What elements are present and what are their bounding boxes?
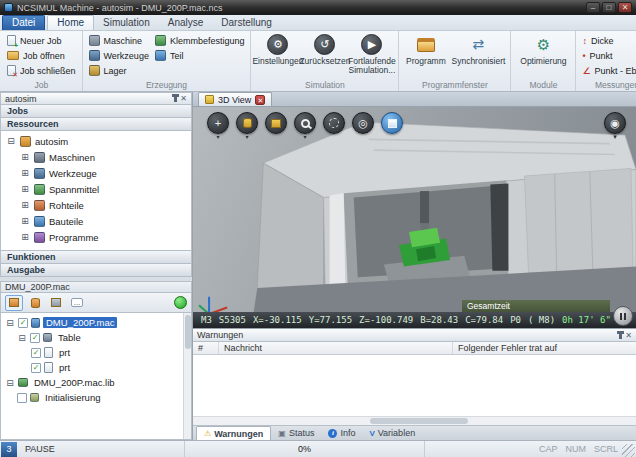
- page-indicator[interactable]: 3: [1, 442, 17, 457]
- checkbox-checked-icon[interactable]: ✓: [31, 348, 41, 358]
- punkt-button[interactable]: • Punkt: [579, 48, 636, 63]
- program-node-prt1[interactable]: ✓ prt: [1, 345, 191, 360]
- rohteile-node-label: Rohteile: [49, 200, 84, 211]
- tab-analyse[interactable]: Analyse: [159, 16, 213, 30]
- pause-button[interactable]: [613, 306, 633, 326]
- expand-icon[interactable]: ⊞: [20, 168, 30, 178]
- panel-close-icon[interactable]: ✕: [180, 94, 187, 103]
- expand-icon[interactable]: ⊞: [20, 152, 30, 162]
- expand-icon[interactable]: ⊞: [20, 216, 30, 226]
- checkbox-icon[interactable]: [17, 393, 27, 403]
- zuruecksetzen-button[interactable]: ↺ Zurücksetzen: [301, 33, 348, 79]
- panel-close-icon[interactable]: ✕: [625, 331, 632, 340]
- expand-icon[interactable]: ⊞: [20, 232, 30, 242]
- pin-icon[interactable]: [619, 332, 622, 339]
- comment-bubble-button[interactable]: …: [68, 295, 86, 311]
- dicke-button[interactable]: ↕ Dicke: [579, 33, 636, 48]
- punkt-ebene-button[interactable]: ∠ Punkt - Ebene: [579, 63, 636, 78]
- teil-button[interactable]: Teil: [152, 48, 248, 63]
- program-node-root[interactable]: ⊟ ✓ DMU_200P.mac: [1, 315, 191, 330]
- program-node-table[interactable]: ⊟ ✓ Table: [1, 330, 191, 345]
- camera-icon[interactable]: ◉: [604, 112, 626, 134]
- collapse-icon[interactable]: ⊟: [17, 333, 27, 343]
- column-number[interactable]: #: [193, 342, 219, 354]
- tree-node-bauteile[interactable]: ⊞ Bauteile: [1, 213, 191, 229]
- tab-close-icon[interactable]: ✕: [255, 95, 265, 105]
- checkbox-checked-icon[interactable]: ✓: [30, 333, 40, 343]
- tab-simulation[interactable]: Simulation: [94, 16, 159, 30]
- program-view-button[interactable]: [5, 295, 23, 311]
- warnings-list[interactable]: [193, 355, 636, 416]
- program-tree-scrollbar[interactable]: [183, 313, 191, 439]
- new-job-button[interactable]: + Neuer Job: [4, 33, 79, 48]
- close-job-button[interactable]: ✕ Job schließen: [4, 63, 79, 78]
- hud-spindle-speed: S5305: [219, 315, 246, 325]
- group-label-module: Module: [514, 79, 572, 91]
- tab-variablen[interactable]: V Variablen: [362, 426, 422, 440]
- tab-darstellung[interactable]: Darstellung: [212, 16, 281, 30]
- program-node-prt2[interactable]: ✓ prt: [1, 360, 191, 375]
- tab-datei[interactable]: Datei: [2, 15, 45, 30]
- tab-home[interactable]: Home: [47, 15, 94, 30]
- tree-node-maschinen[interactable]: ⊞ Maschinen: [1, 149, 191, 165]
- resize-grip[interactable]: [622, 444, 635, 457]
- program-stack-button[interactable]: [26, 295, 44, 311]
- horizontal-scrollbar[interactable]: [193, 416, 636, 425]
- program-node-lib[interactable]: ⊟ DMU_200P.mac.lib: [1, 375, 191, 390]
- tab-status[interactable]: ▣ Status: [271, 426, 321, 440]
- section-view-icon[interactable]: [323, 112, 345, 134]
- klemmbefestigung-button[interactable]: Klemmbefestigung: [152, 33, 248, 48]
- expand-icon[interactable]: ⊞: [20, 184, 30, 194]
- optimization-gear-icon: ⚙: [537, 34, 550, 55]
- stock-display-icon[interactable]: ▾: [236, 112, 258, 134]
- settings-gear-icon: ⚙: [267, 34, 288, 55]
- close-icon[interactable]: ✕: [618, 2, 632, 13]
- collapse-icon[interactable]: ⊟: [5, 378, 15, 388]
- maximize-icon[interactable]: □: [602, 2, 616, 13]
- open-job-button[interactable]: Job öffnen: [4, 48, 79, 63]
- expand-icon[interactable]: ⊞: [20, 200, 30, 210]
- section-jobs[interactable]: Jobs: [0, 105, 192, 118]
- 3d-viewport[interactable]: +▾ ▾ ▾ ◎ ◉ ▾ Gesamtzeit M3 S53: [193, 107, 636, 328]
- column-error[interactable]: Folgender Fehler trat auf: [453, 342, 636, 354]
- program-tools-button[interactable]: [47, 295, 65, 311]
- tree-node-root[interactable]: ⊟ autosim: [1, 133, 191, 149]
- section-ausgabe[interactable]: Ausgabe: [0, 264, 192, 277]
- tree-node-rohteile[interactable]: ⊞ Rohteile: [1, 197, 191, 213]
- shaded-view-icon[interactable]: [381, 112, 403, 134]
- checkbox-checked-icon[interactable]: ✓: [18, 318, 28, 328]
- collapse-icon[interactable]: ⊟: [6, 136, 16, 146]
- pin-icon[interactable]: [174, 95, 177, 102]
- synchronisiert-button[interactable]: ⇄ Synchronisiert: [449, 33, 507, 79]
- document-tab-bar: 3D View ✕: [193, 92, 636, 107]
- einstellungen-button[interactable]: ⚙ Einstellungen: [254, 33, 301, 79]
- teil-label: Teil: [170, 51, 184, 61]
- part-display-icon[interactable]: [265, 112, 287, 134]
- tree-node-spannmittel[interactable]: ⊞ Spannmittel: [1, 181, 191, 197]
- simulation-state: PAUSE: [17, 441, 185, 457]
- minimize-icon[interactable]: –: [586, 2, 600, 13]
- collapse-icon[interactable]: ⊟: [5, 318, 15, 328]
- tab-3d-view[interactable]: 3D View ✕: [198, 92, 272, 106]
- sync-icon: ⇄: [473, 34, 485, 55]
- checkbox-checked-icon[interactable]: ✓: [31, 363, 41, 373]
- optimierung-button[interactable]: ⚙ Optimierung: [514, 33, 572, 79]
- programm-button[interactable]: Programm: [402, 33, 449, 79]
- section-ressourcen[interactable]: Ressourcen: [0, 118, 192, 131]
- fortlaufende-simulation-button[interactable]: ▶ Fortlaufende Simulation...: [348, 33, 395, 79]
- tab-info[interactable]: i Info: [321, 426, 362, 440]
- tab-warnungen[interactable]: ⚠ Warnungen: [196, 426, 271, 440]
- zoom-icon[interactable]: ▾: [294, 112, 316, 134]
- maschine-button[interactable]: Maschine: [86, 33, 152, 48]
- program-node-init[interactable]: Initialisierung: [1, 390, 191, 405]
- lager-button[interactable]: Lager: [86, 63, 152, 78]
- target-view-icon[interactable]: ◎: [352, 112, 374, 134]
- tree-node-programme[interactable]: ⊞ Programme: [1, 229, 191, 245]
- camera-options[interactable]: ◉ ▾: [604, 112, 626, 140]
- tree-node-werkzeuge[interactable]: ⊞ Werkzeuge: [1, 165, 191, 181]
- column-message[interactable]: Nachricht: [219, 342, 453, 354]
- camera-dropdown-icon[interactable]: ▾: [613, 134, 617, 140]
- werkzeuge-button[interactable]: Werkzeuge: [86, 48, 152, 63]
- section-funktionen[interactable]: Funktionen: [0, 251, 192, 264]
- pan-view-icon[interactable]: +▾: [207, 112, 229, 134]
